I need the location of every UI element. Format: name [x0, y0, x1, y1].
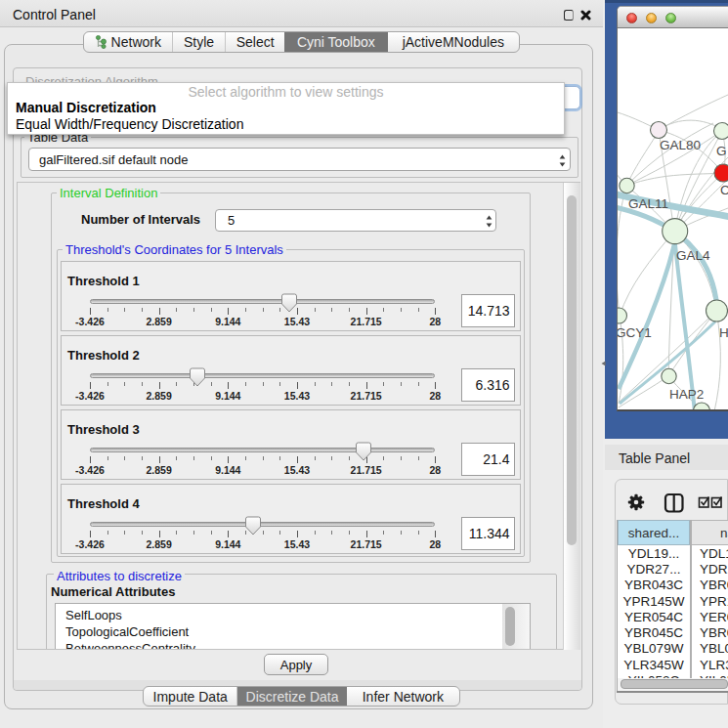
svg-text:C: C [720, 183, 728, 197]
svg-text:GAL11: GAL11 [628, 196, 668, 211]
svg-text:GAL80: GAL80 [660, 138, 701, 152]
svg-text:H: H [719, 325, 728, 340]
svg-text:G: G [716, 144, 727, 158]
svg-text:GCY1: GCY1 [618, 325, 652, 340]
svg-text:GAL4: GAL4 [676, 248, 710, 263]
svg-text:HAP2: HAP2 [669, 387, 704, 402]
